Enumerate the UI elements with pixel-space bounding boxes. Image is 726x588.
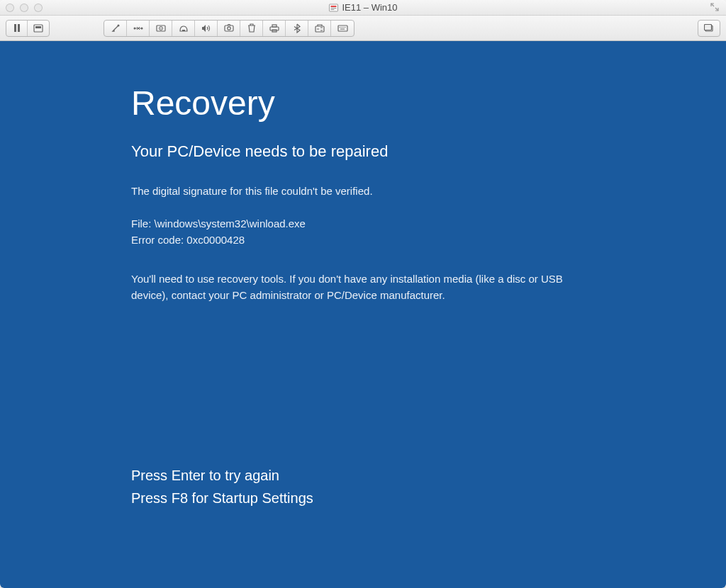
- recovery-actions: Press Enter to try again Press F8 for St…: [131, 465, 313, 510]
- sound-icon[interactable]: [195, 21, 218, 36]
- snapshot-button[interactable]: [28, 21, 49, 36]
- optical-drive-icon[interactable]: [172, 21, 195, 36]
- settings-icon[interactable]: [104, 21, 127, 36]
- svg-point-16: [227, 27, 230, 30]
- svg-point-13: [160, 28, 162, 29]
- window-title: IE11 – Win10: [328, 2, 397, 13]
- svg-rect-18: [272, 25, 277, 27]
- window-title-text: IE11 – Win10: [342, 2, 397, 13]
- recovery-message: The digital signature for this file coul…: [131, 183, 655, 200]
- bluetooth-icon[interactable]: [286, 21, 308, 36]
- minimize-button[interactable]: [20, 4, 28, 12]
- toolbar-group-vm-control: [6, 20, 50, 37]
- app-icon: [328, 3, 338, 13]
- recovery-action-f8: Press F8 for Startup Settings: [131, 487, 313, 509]
- svg-rect-3: [330, 9, 334, 10]
- recovery-subtitle: Your PC/Device needs to be repaired: [131, 142, 655, 161]
- recovery-action-enter: Press Enter to try again: [131, 465, 313, 486]
- recovery-title: Recovery: [131, 84, 655, 123]
- hard-disk-icon[interactable]: [150, 21, 172, 36]
- recovery-instructions: You'll need to use recovery tools. If yo…: [131, 271, 585, 304]
- svg-rect-2: [330, 8, 336, 9]
- recovery-file-info: File: \windows\system32\winload.exe Erro…: [131, 215, 655, 249]
- svg-rect-23: [705, 24, 712, 30]
- title-bar: IE11 – Win10: [0, 0, 726, 16]
- trash-icon[interactable]: [240, 21, 263, 36]
- close-button[interactable]: [6, 4, 14, 12]
- toolbar-group-view: [698, 20, 720, 37]
- camera-icon[interactable]: [218, 21, 240, 36]
- printer-icon[interactable]: [263, 21, 286, 36]
- vm-window: IE11 – Win10: [0, 0, 726, 588]
- svg-rect-20: [315, 26, 324, 32]
- network-icon[interactable]: [127, 21, 150, 36]
- maximize-button[interactable]: [34, 4, 43, 12]
- svg-rect-21: [338, 26, 347, 31]
- svg-point-8: [117, 24, 119, 26]
- toolbar: [0, 16, 726, 41]
- fullscreen-icon[interactable]: [710, 3, 720, 13]
- svg-point-9: [133, 27, 135, 29]
- svg-rect-14: [182, 30, 185, 31]
- traffic-lights: [6, 4, 43, 12]
- svg-rect-1: [330, 6, 336, 7]
- svg-point-10: [140, 27, 143, 29]
- recovery-error-code: Error code: 0xc0000428: [131, 232, 655, 248]
- pause-button[interactable]: [6, 21, 28, 36]
- shared-folder-icon[interactable]: [308, 21, 331, 36]
- recovery-screen: Recovery Your PC/Device needs to be repa…: [0, 84, 726, 304]
- view-mode-icon[interactable]: [698, 21, 720, 36]
- svg-rect-7: [35, 26, 41, 28]
- svg-rect-4: [14, 24, 16, 32]
- recovery-file-path: File: \windows\system32\winload.exe: [131, 215, 655, 232]
- svg-rect-5: [18, 24, 20, 32]
- toolbar-group-devices: [104, 20, 354, 37]
- keyboard-icon[interactable]: [331, 21, 354, 36]
- vm-display[interactable]: Recovery Your PC/Device needs to be repa…: [0, 41, 726, 588]
